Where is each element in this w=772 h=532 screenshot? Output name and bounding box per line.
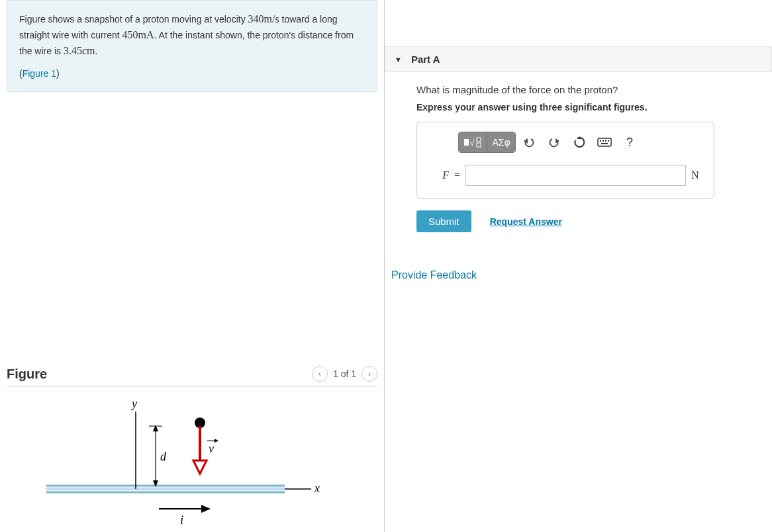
svg-rect-31 [605,140,606,142]
help-button[interactable]: ? [618,132,642,152]
unit-label: N [691,169,704,181]
svg-text:i: i [180,513,183,527]
svg-rect-32 [608,140,609,142]
svg-rect-29 [600,140,601,142]
svg-marker-14 [193,461,207,474]
svg-rect-33 [601,143,608,144]
svg-rect-23 [477,138,481,142]
redo-button[interactable] [542,132,566,152]
svg-rect-24 [477,143,481,147]
equals-sign: = [454,169,460,181]
caret-down-icon: ▼ [395,56,402,64]
problem-statement: Figure shows a snapshot of a proton movi… [7,0,377,92]
svg-marker-16 [215,439,218,443]
svg-text:v: v [209,442,214,455]
figure-counter: 1 of 1 [333,369,356,379]
distance-value: 3.45cm [64,45,95,56]
svg-text:y: y [130,397,137,410]
question-text: What is magnitude of the force on the pr… [416,84,763,95]
greek-button[interactable]: ΑΣφ [487,132,515,152]
svg-text:√: √ [470,138,475,148]
velocity-value: 340m/s [248,13,279,24]
template-button[interactable]: √ [459,132,487,152]
figure-prev-button[interactable]: ‹ [312,366,328,382]
reset-button[interactable] [567,132,591,152]
svg-rect-21 [464,139,469,146]
figure-image: x y d [7,386,377,532]
current-value: 450mA [122,29,154,40]
figure-title: Figure [7,367,47,382]
variable-label: F [426,169,449,181]
part-title: Part A [411,54,440,65]
submit-button[interactable]: Submit [416,210,471,232]
problem-text: Figure shows a snapshot of a proton movi… [19,14,248,24]
figure-next-button[interactable]: › [362,366,377,382]
answer-box: √ ΑΣφ ? [416,122,714,199]
part-a-header[interactable]: ▼ Part A [385,46,772,72]
svg-text:x: x [314,482,320,495]
provide-feedback-link[interactable]: Provide Feedback [391,269,772,281]
problem-text: . [95,46,97,56]
svg-text:d: d [160,450,167,463]
svg-rect-30 [603,140,604,142]
svg-rect-28 [598,138,611,146]
instruction-text: Express your answer using three signific… [416,102,763,112]
figure-link[interactable]: (Figure 1) [19,68,60,79]
request-answer-link[interactable]: Request Answer [490,216,562,227]
undo-button[interactable] [517,132,541,152]
svg-marker-19 [201,505,211,513]
answer-input[interactable] [465,165,686,186]
keyboard-button[interactable] [593,132,616,152]
